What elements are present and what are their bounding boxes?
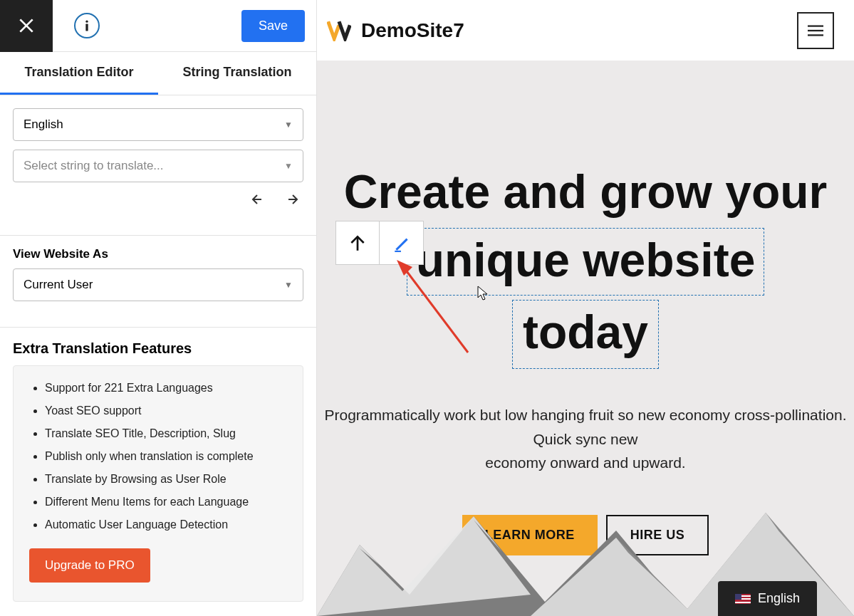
string-select[interactable]: Select string to translate... ▼ [13,150,303,182]
svg-rect-3 [85,24,88,31]
features-list: Support for 221 Extra Languages Yoast SE… [45,382,287,531]
menu-button[interactable] [797,12,834,49]
site-logo-icon [327,20,351,41]
sidebar-tabs: Translation Editor String Translation [0,52,316,95]
close-button[interactable] [0,0,53,52]
chevron-down-icon: ▼ [284,161,293,171]
features-box: Support for 221 Extra Languages Yoast SE… [13,365,303,602]
undo-redo-group [13,191,303,211]
hero-section: Create and grow your unique website toda… [317,61,854,616]
undo-button[interactable] [251,194,268,211]
close-icon [17,16,36,35]
pencil-icon [392,234,411,252]
features-heading: Extra Translation Features [0,328,316,365]
view-as-label: View Website As [0,236,316,268]
editor-panel: English ▼ Select string to translate... … [0,95,316,224]
chevron-down-icon: ▼ [284,280,293,290]
hero-subtitle[interactable]: Programmatically work but low hanging fr… [317,403,854,475]
language-switcher[interactable]: English [718,581,817,616]
redo-button[interactable] [282,194,299,211]
arrow-up-icon [348,234,367,252]
tab-string-translation[interactable]: String Translation [158,52,316,95]
language-select[interactable]: English ▼ [13,108,303,141]
hero-line-2[interactable]: unique website [407,228,765,296]
hero-sub-line-1: Programmatically work but low hanging fr… [325,407,847,447]
feature-item: Yoast SEO support [45,404,287,417]
upgrade-button[interactable]: Upgrade to PRO [29,548,150,583]
hero-sub-line-2: economy onward and upward. [485,454,685,471]
view-as-select[interactable]: Current User ▼ [13,268,303,301]
feature-item: Translate by Browsing as User Role [45,473,287,486]
language-switcher-label: English [758,591,800,606]
site-title: DemoSite7 [361,19,464,42]
tab-translation-editor[interactable]: Translation Editor [0,52,158,95]
us-flag-icon [735,594,751,604]
hero-line-1[interactable]: Create and grow your [317,160,854,224]
parent-element-button[interactable] [335,221,380,265]
info-button[interactable] [74,13,100,38]
save-button[interactable]: Save [241,10,305,42]
site-preview: DemoSite7 Create and grow your unique we… [317,0,854,616]
feature-item: Translate SEO Title, Description, Slug [45,427,287,440]
feature-item: Different Menu Items for each Language [45,496,287,508]
feature-item: Support for 221 Extra Languages [45,382,287,395]
preview-header: DemoSite7 [317,0,854,61]
feature-item: Publish only when translation is complet… [45,450,287,463]
language-select-value: English [24,118,63,132]
hero-heading: Create and grow your unique website toda… [317,61,854,369]
hero-line-3[interactable]: today [512,300,659,369]
sidebar-topbar: Save [0,0,316,52]
edit-translation-button[interactable] [380,221,424,265]
svg-point-2 [85,21,88,23]
view-as-value: Current User [24,278,93,292]
feature-item: Automatic User Language Detection [45,518,287,531]
chevron-down-icon: ▼ [284,120,293,130]
string-select-placeholder: Select string to translate... [24,159,164,173]
inline-toolbox [335,221,424,265]
hamburger-icon [808,24,823,37]
translation-sidebar: Save Translation Editor String Translati… [0,0,317,616]
info-icon [80,19,94,33]
